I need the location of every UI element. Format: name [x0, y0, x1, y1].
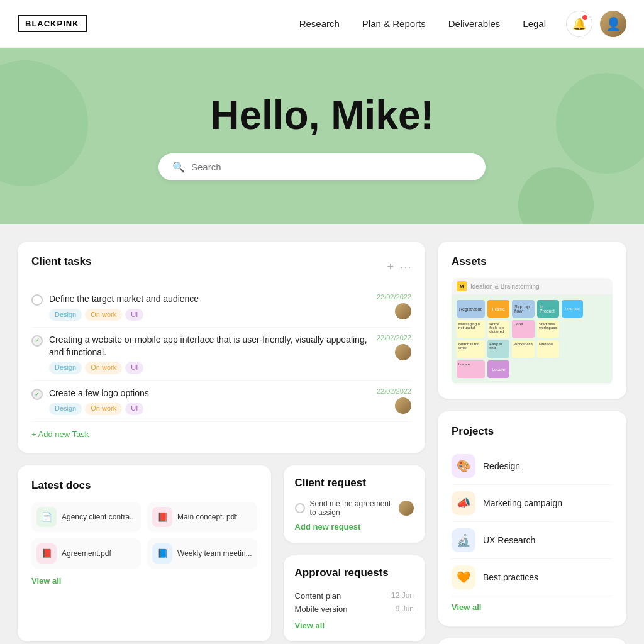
project-icon-ux: 🔬	[452, 528, 475, 552]
approval-name-1: Content plan	[295, 591, 341, 601]
miro-sticky-5: Button is too small	[457, 340, 485, 358]
project-icon-marketing: 📣	[452, 491, 475, 515]
miro-sticky-8: Find role	[537, 340, 559, 358]
notification-bell[interactable]: 🔔	[566, 11, 592, 37]
cr-checkbox[interactable]	[295, 503, 305, 513]
list-item: Mobile version 9 Jun	[295, 602, 414, 616]
assets-title: Assets	[452, 255, 613, 268]
latest-docs-title: Latest docs	[31, 479, 257, 492]
miro-sticky-1: Messaging is not useful	[457, 320, 485, 338]
list-item[interactable]: 📣 Marketing campaign	[452, 485, 613, 522]
navbar: BLACKPINK Research Plan & Reports Delive…	[0, 0, 644, 48]
assets-card: Assets M Ideation & Brainstorming Regist…	[438, 242, 626, 399]
list-item[interactable]: 📕 Agreement.pdf	[31, 538, 141, 569]
miro-header: M Ideation & Brainstorming	[452, 278, 613, 295]
list-item[interactable]: 📘 Weekly team meetin...	[147, 538, 257, 569]
task-checkbox-2[interactable]: ✓	[31, 335, 43, 347]
approval-date-2: 9 Jun	[396, 604, 414, 613]
hero-section: Hello, Mike! 🔍	[0, 48, 644, 224]
search-bar: 🔍	[158, 153, 486, 180]
list-item[interactable]: 🎨 Redesign	[452, 448, 613, 485]
upcoming-meetings-card: Upcoming meetings May 31 Team Planning 1…	[438, 638, 626, 644]
projects-view-all[interactable]: View all	[452, 602, 613, 612]
project-icon-best: 🧡	[452, 565, 475, 589]
tag-design-3: Design	[49, 402, 82, 414]
nav-links: Research Plan & Reports Deliverables Leg…	[299, 18, 546, 29]
nav-plan-reports[interactable]: Plan & Reports	[362, 18, 426, 29]
doc-icon-2: 📕	[152, 507, 172, 527]
miro-label: Ideation & Brainstorming	[470, 283, 540, 290]
docs-view-all[interactable]: View all	[31, 576, 257, 586]
tag-onwork-1: On work	[85, 309, 122, 321]
approval-date-1: 12 Jun	[391, 591, 414, 600]
cr-avatar	[399, 501, 414, 516]
miro-node: In Product	[537, 300, 559, 318]
nav-legal[interactable]: Legal	[523, 18, 546, 29]
tag-design-2: Design	[49, 362, 82, 374]
tag-ui-3: UI	[125, 402, 143, 414]
task-date-2: 22/02/2022	[377, 334, 411, 341]
miro-sticky-2: Home feels too cluttered	[487, 320, 509, 338]
list-item[interactable]: 🔬 UX Research	[452, 522, 613, 559]
task-actions: + ⋯	[387, 260, 411, 274]
left-column: Client tasks + ⋯ Define the target marke…	[18, 242, 425, 644]
nav-deliverables[interactable]: Deliverables	[448, 18, 501, 29]
table-row: ✓ Creating a website or mobile app inter…	[31, 328, 411, 381]
miro-node: Find tool	[562, 300, 584, 318]
task-text-2: Creating a website or mobile app interfa…	[49, 334, 370, 374]
approval-view-all[interactable]: View all	[295, 621, 414, 630]
projects-card: Projects 🎨 Redesign 📣 Marketing campaign…	[438, 411, 626, 626]
task-checkbox-3[interactable]: ✓	[31, 389, 43, 400]
tag-onwork-3: On work	[85, 402, 122, 414]
miro-sticky-6: Easy to find	[487, 340, 509, 358]
avatar[interactable]: 👤	[600, 11, 626, 37]
miro-node: Frame	[487, 300, 509, 318]
nav-actions: 🔔 👤	[566, 11, 626, 37]
tag-onwork-2: On work	[85, 362, 122, 374]
doc-name-2: Main concept. pdf	[177, 513, 237, 521]
bottom-row: Latest docs 📄 Agency client contra... 📕 …	[18, 465, 425, 641]
task-meta-1: 22/02/2022	[377, 293, 411, 319]
approval-name-2: Mobile version	[295, 604, 348, 614]
list-item: Content plan 12 Jun	[295, 589, 414, 602]
doc-name-1: Agency client contra...	[62, 513, 136, 521]
list-item[interactable]: 🧡 Best practices	[452, 559, 613, 596]
search-input[interactable]	[191, 162, 472, 172]
task-avatar-1	[395, 303, 411, 319]
task-date-3: 22/02/2022	[377, 387, 411, 395]
task-header: Client tasks + ⋯	[31, 255, 411, 278]
latest-docs-card: Latest docs 📄 Agency client contra... 📕 …	[18, 465, 271, 641]
approval-title: Approval requests	[295, 567, 414, 579]
doc-icon-3: 📕	[36, 543, 57, 564]
task-text-3: Create a few logo options Design On work…	[49, 387, 370, 415]
logo[interactable]: BLACKPINK	[18, 15, 87, 32]
miro-node-2: Locate	[487, 360, 509, 378]
doc-name-3: Agreement.pdf	[62, 549, 111, 558]
project-name-4: Best practices	[483, 572, 538, 582]
add-task-icon[interactable]: +	[387, 260, 394, 274]
nav-research[interactable]: Research	[299, 18, 340, 29]
add-task-button[interactable]: + Add new Task	[31, 430, 411, 439]
hero-greeting: Hello, Mike!	[210, 92, 434, 138]
miro-canvas: Registration Frame Sign up flow In Produ…	[452, 295, 613, 383]
miro-sticky-3: Done	[512, 320, 535, 338]
table-row: ✓ Create a few logo options Design On wo…	[31, 381, 411, 422]
client-tasks-title: Client tasks	[31, 255, 91, 268]
assets-preview[interactable]: M Ideation & Brainstorming Registration …	[452, 278, 613, 385]
task-checkbox-1[interactable]	[31, 294, 43, 306]
task-text-1: Define the target market and audience De…	[49, 293, 370, 321]
add-request-button[interactable]: Add new request	[295, 522, 414, 531]
project-name-2: Marketing campaign	[483, 498, 562, 508]
task-menu-icon[interactable]: ⋯	[400, 260, 411, 274]
miro-node: Sign up flow	[512, 300, 535, 318]
miro-node: Registration	[457, 300, 485, 318]
list-item[interactable]: 📄 Agency client contra...	[31, 502, 141, 532]
project-name-1: Redesign	[483, 461, 520, 471]
list-item[interactable]: 📕 Main concept. pdf	[147, 502, 257, 532]
main-content: Client tasks + ⋯ Define the target marke…	[0, 224, 644, 644]
project-name-3: UX Research	[483, 535, 535, 545]
right-column: Assets M Ideation & Brainstorming Regist…	[438, 242, 626, 644]
doc-icon-4: 📘	[152, 543, 172, 564]
task-date-1: 22/02/2022	[377, 293, 411, 301]
hero-deco-3	[518, 167, 594, 224]
